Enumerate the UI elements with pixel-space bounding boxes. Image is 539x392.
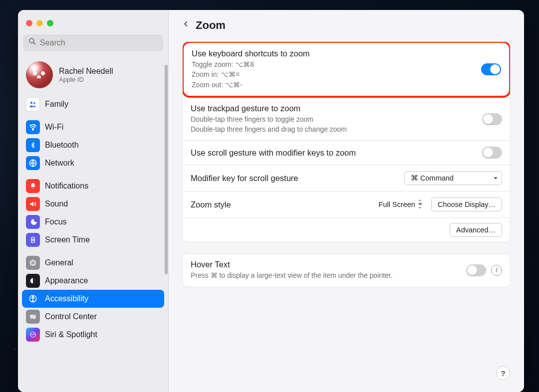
sidebar-list: Family Wi-Fi Bluetooth bbox=[18, 95, 168, 392]
minimize-button[interactable] bbox=[36, 20, 43, 26]
sidebar-item-wifi[interactable]: Wi-Fi bbox=[22, 118, 164, 136]
close-button[interactable] bbox=[26, 20, 32, 26]
row-zoom-style: Zoom style Full Screen ⌃⌄ Choose Display… bbox=[183, 192, 510, 218]
sidebar-item-label: Appearance bbox=[45, 276, 88, 285]
sidebar-item-label: Accessibility bbox=[45, 294, 88, 303]
hover-text-card: Hover Text Press ⌘ to display a large-te… bbox=[183, 254, 510, 286]
svg-point-0 bbox=[29, 38, 34, 43]
sidebar-item-label: Siri & Spotlight bbox=[45, 330, 97, 339]
row-title: Zoom style bbox=[191, 200, 373, 209]
control-center-icon bbox=[26, 310, 40, 324]
sidebar-item-label: Family bbox=[45, 100, 68, 109]
search-icon bbox=[28, 37, 37, 46]
choose-display-button[interactable]: Choose Display… bbox=[431, 197, 502, 211]
header: Zoom bbox=[183, 19, 510, 32]
chevron-up-down-icon: ⌃⌄ bbox=[417, 201, 423, 209]
profile-subtitle: Apple ID bbox=[59, 76, 113, 83]
sidebar-item-sound[interactable]: Sound bbox=[22, 195, 164, 213]
apple-id-row[interactable]: Rachel Needell Apple ID bbox=[18, 57, 168, 95]
row-title: Use trackpad gesture to zoom bbox=[191, 104, 482, 113]
network-icon bbox=[26, 156, 40, 170]
row-title: Use scroll gesture with modifier keys to… bbox=[191, 148, 482, 158]
svg-line-1 bbox=[33, 42, 35, 44]
svg-point-14 bbox=[33, 317, 34, 318]
row-title: Use keyboard shortcuts to zoom bbox=[192, 49, 481, 58]
sidebar-item-appearance[interactable]: Appearance bbox=[22, 272, 164, 290]
zoom-style-select[interactable]: Full Screen ⌃⌄ bbox=[373, 197, 426, 211]
sidebar-item-control-center[interactable]: Control Center bbox=[22, 308, 164, 326]
select-value: Full Screen bbox=[379, 200, 415, 208]
page-title: Zoom bbox=[196, 19, 226, 32]
svg-point-3 bbox=[33, 102, 35, 104]
sidebar-scrollbar[interactable] bbox=[164, 10, 169, 392]
main-panel: Zoom Use keyboard shortcuts to zoom Togg… bbox=[169, 10, 524, 392]
avatar bbox=[26, 61, 53, 88]
profile-name: Rachel Needell bbox=[59, 67, 113, 76]
appearance-icon bbox=[26, 274, 40, 288]
sidebar-item-label: Focus bbox=[45, 217, 67, 226]
sidebar-item-label: Screen Time bbox=[45, 235, 90, 244]
sidebar-item-family[interactable]: Family bbox=[22, 95, 164, 113]
svg-point-10 bbox=[32, 296, 33, 297]
focus-icon bbox=[26, 215, 40, 229]
modifier-key-select[interactable]: ⌘ Command bbox=[404, 171, 502, 185]
row-sub: Toggle zoom: ⌥⌘8 Zoom in: ⌥⌘= Zoom out: … bbox=[192, 59, 481, 90]
wifi-icon bbox=[26, 120, 40, 134]
gear-icon bbox=[26, 256, 40, 270]
maximize-button[interactable] bbox=[47, 20, 53, 26]
sidebar-item-siri-spotlight[interactable]: Siri & Spotlight bbox=[22, 326, 164, 344]
row-sub: Double-tap three fingers to toggle zoom … bbox=[191, 114, 482, 135]
sidebar-item-screen-time[interactable]: Screen Time bbox=[22, 231, 164, 249]
row-scroll-gesture: Use scroll gesture with modifier keys to… bbox=[183, 141, 510, 165]
trackpad-gesture-toggle[interactable] bbox=[482, 113, 502, 125]
sidebar-item-label: Notifications bbox=[45, 182, 88, 191]
hover-text-toggle[interactable] bbox=[466, 264, 486, 276]
window-controls bbox=[18, 16, 168, 34]
screen-time-icon bbox=[26, 233, 40, 247]
sidebar-item-label: Sound bbox=[45, 199, 68, 208]
row-title: Hover Text bbox=[191, 260, 466, 269]
help-button[interactable]: ? bbox=[496, 366, 510, 380]
sidebar-item-label: Bluetooth bbox=[45, 141, 79, 150]
keyboard-shortcuts-toggle[interactable] bbox=[481, 63, 501, 75]
advanced-button[interactable]: Advanced… bbox=[450, 223, 502, 237]
sidebar-item-label: Network bbox=[45, 159, 74, 168]
hover-text-info-button[interactable]: i bbox=[491, 265, 502, 276]
row-title: Modifier key for scroll gesture bbox=[191, 174, 404, 183]
family-icon bbox=[26, 97, 40, 111]
accessibility-icon bbox=[26, 292, 40, 306]
search-input[interactable] bbox=[23, 34, 163, 51]
row-advanced: Advanced… bbox=[183, 218, 510, 242]
svg-point-13 bbox=[31, 315, 32, 316]
row-sub: Press ⌘ to display a large-text view of … bbox=[191, 270, 466, 280]
svg-rect-11 bbox=[30, 315, 36, 317]
back-button[interactable] bbox=[183, 19, 190, 32]
sidebar-item-general[interactable]: General bbox=[22, 254, 164, 272]
bell-icon bbox=[26, 179, 40, 193]
sidebar: Rachel Needell Apple ID Family Wi- bbox=[18, 10, 169, 392]
sidebar-item-network[interactable]: Network bbox=[22, 154, 164, 172]
sidebar-item-accessibility[interactable]: Accessibility bbox=[22, 290, 164, 308]
bluetooth-icon bbox=[26, 138, 40, 152]
svg-rect-12 bbox=[30, 317, 36, 319]
siri-icon bbox=[26, 328, 40, 342]
row-keyboard-shortcuts: Use keyboard shortcuts to zoom Toggle zo… bbox=[183, 42, 510, 98]
zoom-settings-card: Use keyboard shortcuts to zoom Toggle zo… bbox=[183, 42, 510, 242]
select-value: ⌘ Command bbox=[411, 174, 454, 182]
sound-icon bbox=[26, 197, 40, 211]
scroll-gesture-toggle[interactable] bbox=[482, 147, 502, 159]
sidebar-item-focus[interactable]: Focus bbox=[22, 213, 164, 231]
sidebar-item-bluetooth[interactable]: Bluetooth bbox=[22, 136, 164, 154]
row-trackpad-gesture: Use trackpad gesture to zoom Double-tap … bbox=[183, 98, 510, 141]
row-hover-text: Hover Text Press ⌘ to display a large-te… bbox=[183, 254, 510, 286]
sidebar-item-label: Wi-Fi bbox=[45, 123, 63, 132]
search-wrap bbox=[18, 34, 168, 57]
row-modifier-key: Modifier key for scroll gesture ⌘ Comman… bbox=[183, 165, 510, 192]
sidebar-item-label: General bbox=[45, 258, 73, 267]
svg-point-4 bbox=[32, 129, 33, 130]
sidebar-item-label: Control Center bbox=[45, 312, 97, 321]
system-settings-window: Rachel Needell Apple ID Family Wi- bbox=[18, 10, 524, 392]
svg-point-2 bbox=[30, 102, 33, 104]
sidebar-item-notifications[interactable]: Notifications bbox=[22, 177, 164, 195]
